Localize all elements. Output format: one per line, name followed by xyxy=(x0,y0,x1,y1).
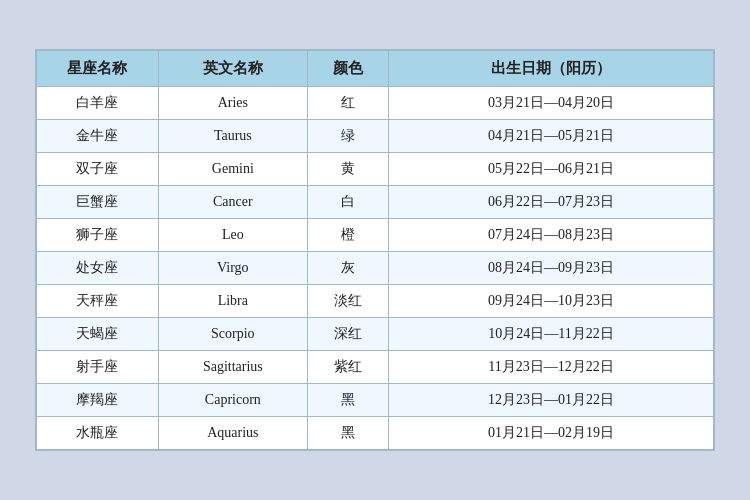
cell-color: 黑 xyxy=(307,384,388,417)
cell-color: 黄 xyxy=(307,153,388,186)
table-header-row: 星座名称 英文名称 颜色 出生日期（阳历） xyxy=(37,51,714,87)
table-row: 巨蟹座Cancer白06月22日—07月23日 xyxy=(37,186,714,219)
cell-color: 紫红 xyxy=(307,351,388,384)
cell-color: 黑 xyxy=(307,417,388,450)
cell-chinese-name: 白羊座 xyxy=(37,87,159,120)
header-english-name: 英文名称 xyxy=(158,51,307,87)
cell-color: 灰 xyxy=(307,252,388,285)
cell-date: 04月21日—05月21日 xyxy=(389,120,714,153)
cell-color: 淡红 xyxy=(307,285,388,318)
table-body: 白羊座Aries红03月21日—04月20日金牛座Taurus绿04月21日—0… xyxy=(37,87,714,450)
header-date: 出生日期（阳历） xyxy=(389,51,714,87)
cell-english-name: Leo xyxy=(158,219,307,252)
cell-chinese-name: 巨蟹座 xyxy=(37,186,159,219)
table-row: 狮子座Leo橙07月24日—08月23日 xyxy=(37,219,714,252)
cell-chinese-name: 射手座 xyxy=(37,351,159,384)
table-row: 摩羯座Capricorn黑12月23日—01月22日 xyxy=(37,384,714,417)
cell-english-name: Aquarius xyxy=(158,417,307,450)
cell-date: 01月21日—02月19日 xyxy=(389,417,714,450)
cell-date: 10月24日—11月22日 xyxy=(389,318,714,351)
cell-date: 12月23日—01月22日 xyxy=(389,384,714,417)
table-row: 双子座Gemini黄05月22日—06月21日 xyxy=(37,153,714,186)
table-row: 白羊座Aries红03月21日—04月20日 xyxy=(37,87,714,120)
table-row: 处女座Virgo灰08月24日—09月23日 xyxy=(37,252,714,285)
table-row: 水瓶座Aquarius黑01月21日—02月19日 xyxy=(37,417,714,450)
cell-date: 06月22日—07月23日 xyxy=(389,186,714,219)
cell-chinese-name: 双子座 xyxy=(37,153,159,186)
header-color: 颜色 xyxy=(307,51,388,87)
cell-date: 05月22日—06月21日 xyxy=(389,153,714,186)
cell-english-name: Capricorn xyxy=(158,384,307,417)
cell-english-name: Libra xyxy=(158,285,307,318)
cell-chinese-name: 水瓶座 xyxy=(37,417,159,450)
cell-english-name: Aries xyxy=(158,87,307,120)
cell-english-name: Virgo xyxy=(158,252,307,285)
cell-english-name: Scorpio xyxy=(158,318,307,351)
cell-date: 11月23日—12月22日 xyxy=(389,351,714,384)
zodiac-table-container: 星座名称 英文名称 颜色 出生日期（阳历） 白羊座Aries红03月21日—04… xyxy=(35,49,715,451)
header-chinese-name: 星座名称 xyxy=(37,51,159,87)
table-row: 射手座Sagittarius紫红11月23日—12月22日 xyxy=(37,351,714,384)
cell-date: 08月24日—09月23日 xyxy=(389,252,714,285)
cell-color: 深红 xyxy=(307,318,388,351)
cell-date: 09月24日—10月23日 xyxy=(389,285,714,318)
cell-chinese-name: 金牛座 xyxy=(37,120,159,153)
table-row: 天蝎座Scorpio深红10月24日—11月22日 xyxy=(37,318,714,351)
cell-english-name: Cancer xyxy=(158,186,307,219)
cell-chinese-name: 摩羯座 xyxy=(37,384,159,417)
cell-date: 03月21日—04月20日 xyxy=(389,87,714,120)
cell-color: 橙 xyxy=(307,219,388,252)
cell-english-name: Taurus xyxy=(158,120,307,153)
cell-chinese-name: 处女座 xyxy=(37,252,159,285)
table-row: 天秤座Libra淡红09月24日—10月23日 xyxy=(37,285,714,318)
zodiac-table: 星座名称 英文名称 颜色 出生日期（阳历） 白羊座Aries红03月21日—04… xyxy=(36,50,714,450)
cell-chinese-name: 天蝎座 xyxy=(37,318,159,351)
cell-chinese-name: 天秤座 xyxy=(37,285,159,318)
cell-color: 白 xyxy=(307,186,388,219)
cell-english-name: Gemini xyxy=(158,153,307,186)
cell-color: 绿 xyxy=(307,120,388,153)
cell-english-name: Sagittarius xyxy=(158,351,307,384)
cell-color: 红 xyxy=(307,87,388,120)
cell-chinese-name: 狮子座 xyxy=(37,219,159,252)
cell-date: 07月24日—08月23日 xyxy=(389,219,714,252)
table-row: 金牛座Taurus绿04月21日—05月21日 xyxy=(37,120,714,153)
